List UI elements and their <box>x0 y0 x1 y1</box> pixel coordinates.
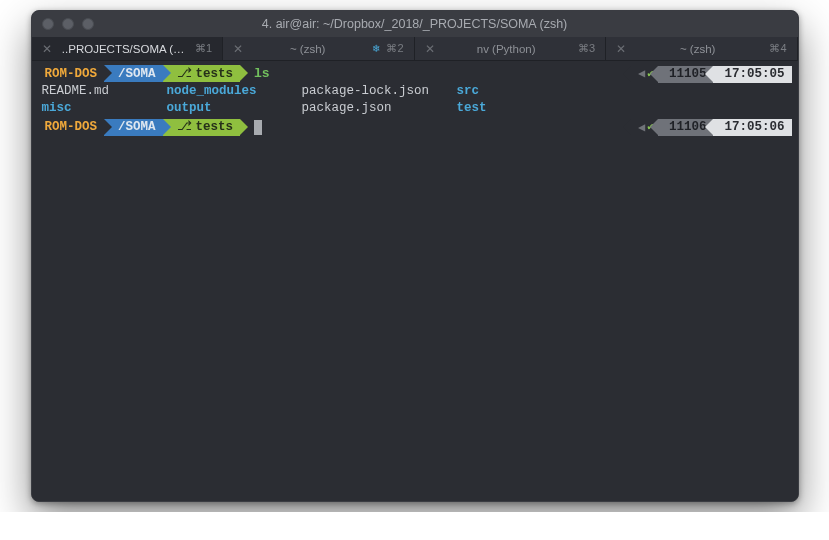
chevron-left-icon: ◀ <box>638 66 645 82</box>
tab-shortcut: ⌘1 <box>195 42 212 55</box>
tab-label: ..PROJECTS/SOMA (… <box>58 43 189 55</box>
tab-3[interactable]: ✕ nv (Python) ⌘3 <box>415 37 607 60</box>
close-icon[interactable]: ✕ <box>42 43 52 55</box>
traffic-lights <box>42 18 94 30</box>
file-item: package-lock.json <box>302 83 457 100</box>
ls-output: README.md node_modules package-lock.json… <box>38 83 792 117</box>
titlebar[interactable]: 4. air@air: ~/Dropbox/_2018/_PROJECTS/SO… <box>32 11 798 37</box>
terminal-body[interactable]: ROM-DOS /SOMA ⎇ tests ls ◀ ✔ 11105 17:05… <box>32 61 798 501</box>
time-segment: 17:05:05 <box>713 66 791 83</box>
tab-shortcut: ⌘3 <box>578 42 595 55</box>
tab-label: nv (Python) <box>441 43 572 55</box>
tab-2[interactable]: ✕ ~ (zsh) ❄ ⌘2 <box>223 37 415 60</box>
terminal-window: 4. air@air: ~/Dropbox/_2018/_PROJECTS/SO… <box>31 10 799 502</box>
prompt-right: ◀ ✔ 11105 17:05:05 <box>631 66 791 83</box>
tab-label: ~ (zsh) <box>249 43 366 55</box>
prompt-branch-segment: ⎇ tests <box>163 65 241 82</box>
window-title: 4. air@air: ~/Dropbox/_2018/_PROJECTS/SO… <box>32 17 798 31</box>
file-item: README.md <box>42 83 167 100</box>
dir-item: src <box>457 83 517 100</box>
tab-shortcut: ⌘2 <box>386 42 403 55</box>
git-branch-icon: ⎇ <box>177 66 192 83</box>
cursor <box>254 120 262 135</box>
prompt-branch-segment: ⎇ tests <box>163 119 241 136</box>
file-item: package.json <box>302 100 457 117</box>
branch-name: tests <box>196 66 234 83</box>
dir-item: misc <box>42 100 167 117</box>
tab-1[interactable]: ✕ ..PROJECTS/SOMA (… ⌘1 <box>32 37 224 60</box>
close-icon[interactable]: ✕ <box>425 43 435 55</box>
prompt-path-segment: /SOMA <box>104 119 163 136</box>
tab-4[interactable]: ✕ ~ (zsh) ⌘4 <box>606 37 798 60</box>
prompt-host-segment: ROM-DOS <box>38 119 105 136</box>
dir-item: output <box>167 100 302 117</box>
minimize-window-icon[interactable] <box>62 18 74 30</box>
close-icon[interactable]: ✕ <box>233 43 243 55</box>
prompt-line: ROM-DOS /SOMA ⎇ tests ◀ ✔ 11106 17:05:06 <box>38 119 792 137</box>
dir-item: node_modules <box>167 83 302 100</box>
tab-bar: ✕ ..PROJECTS/SOMA (… ⌘1 ✕ ~ (zsh) ❄ ⌘2 ✕… <box>32 37 798 61</box>
dir-item: test <box>457 100 517 117</box>
tab-shortcut: ⌘4 <box>769 42 786 55</box>
tab-label: ~ (zsh) <box>632 43 763 55</box>
prompt-right: ◀ ✔ 11106 17:05:06 <box>631 119 791 136</box>
prompt-left: ROM-DOS /SOMA ⎇ tests <box>38 119 632 136</box>
prompt-path-segment: /SOMA <box>104 65 163 82</box>
activity-icon: ❄ <box>372 43 380 54</box>
prompt-host-segment: ROM-DOS <box>38 65 105 82</box>
close-window-icon[interactable] <box>42 18 54 30</box>
close-icon[interactable]: ✕ <box>616 43 626 55</box>
chevron-left-icon: ◀ <box>638 120 645 136</box>
command-text: ls <box>254 65 270 83</box>
prompt-left: ROM-DOS /SOMA ⎇ tests ls <box>38 65 632 83</box>
time-segment: 17:05:06 <box>713 119 791 136</box>
branch-name: tests <box>196 119 234 136</box>
git-branch-icon: ⎇ <box>177 119 192 136</box>
prompt-line: ROM-DOS /SOMA ⎇ tests ls ◀ ✔ 11105 17:05… <box>38 65 792 83</box>
zoom-window-icon[interactable] <box>82 18 94 30</box>
